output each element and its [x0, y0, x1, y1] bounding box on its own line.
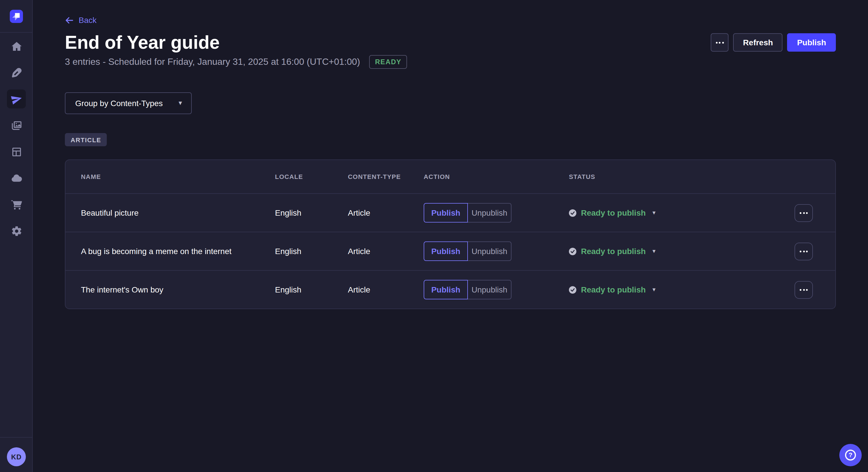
entry-name: Beautiful picture	[81, 208, 275, 217]
entry-status-dropdown[interactable]: Ready to publish ▼	[569, 208, 795, 217]
group-by-select[interactable]: Group by Content-Types ▼	[65, 92, 192, 114]
release-info: 3 entries - Scheduled for Friday, Januar…	[65, 55, 407, 69]
back-link[interactable]: Back	[65, 15, 96, 25]
images-icon	[11, 120, 22, 131]
table-header-row: NAME LOCALE CONTENT-TYPE ACTION STATUS	[65, 160, 835, 193]
release-subtitle: 3 entries - Scheduled for Friday, Januar…	[65, 57, 360, 67]
sidebar-item-settings[interactable]	[7, 222, 26, 240]
entry-locale: English	[275, 285, 348, 294]
unpublish-entry-button[interactable]: Unpublish	[467, 280, 512, 299]
user-avatar[interactable]: KD	[7, 447, 26, 466]
gear-icon	[11, 225, 22, 237]
chevron-down-icon: ▼	[177, 100, 183, 106]
paper-plane-icon	[11, 93, 22, 105]
column-header-locale: LOCALE	[275, 173, 348, 180]
table-row: Beautiful picture English Article Publis…	[65, 193, 835, 232]
column-header-content-type: CONTENT-TYPE	[348, 173, 424, 180]
feather-icon	[11, 67, 22, 78]
chevron-down-icon: ▼	[652, 210, 657, 215]
header-actions: Refresh Publish	[711, 33, 836, 52]
page-title: End of Year guide	[65, 31, 220, 54]
unpublish-entry-button[interactable]: Unpublish	[467, 203, 512, 223]
entry-actions	[795, 242, 835, 260]
sidebar-item-media-library[interactable]	[7, 116, 26, 135]
unpublish-entry-button[interactable]: Unpublish	[467, 241, 512, 261]
question-mark-icon: ?	[845, 450, 856, 461]
check-circle-icon	[569, 286, 577, 293]
more-icon	[716, 42, 724, 43]
cloud-icon	[11, 172, 22, 184]
entry-status-dropdown[interactable]: Ready to publish ▼	[569, 285, 795, 294]
more-icon	[800, 250, 808, 252]
more-icon	[800, 212, 808, 214]
entry-name: The internet's Own boy	[81, 285, 275, 294]
home-icon	[11, 40, 22, 52]
back-label: Back	[79, 15, 96, 25]
arrow-left-icon	[65, 16, 73, 24]
entry-content-type: Article	[348, 285, 424, 294]
publish-entry-button[interactable]: Publish	[424, 280, 468, 299]
publish-release-button[interactable]: Publish	[787, 33, 836, 52]
sidebar-item-deploy[interactable]	[7, 169, 26, 188]
refresh-button[interactable]: Refresh	[733, 33, 783, 52]
entry-name: A bug is becoming a meme on the internet	[81, 247, 275, 256]
chevron-down-icon: ▼	[652, 287, 657, 292]
release-more-button[interactable]	[711, 33, 729, 52]
entry-action-toggle: Publish Unpublish	[424, 241, 569, 261]
entry-status-label: Ready to publish	[581, 285, 646, 294]
table-row: A bug is becoming a meme on the internet…	[65, 232, 835, 270]
cart-icon	[11, 199, 22, 210]
entry-content-type: Article	[348, 247, 424, 256]
strapi-logo-icon	[10, 10, 23, 23]
column-header-name: NAME	[81, 173, 275, 180]
content-type-group-badge: ARTICLE	[65, 133, 107, 146]
entry-status-label: Ready to publish	[581, 247, 646, 256]
entry-actions	[795, 204, 835, 222]
app-viewport: KD Back End of Year guide 3 entries - Sc…	[0, 0, 868, 472]
publish-entry-button[interactable]: Publish	[424, 203, 468, 223]
more-icon	[800, 289, 808, 291]
check-circle-icon	[569, 209, 577, 216]
entry-locale: English	[275, 208, 348, 217]
group-by-value: Group by Content-Types	[75, 99, 163, 108]
sidebar-divider	[0, 32, 32, 33]
sidebar: KD	[0, 0, 33, 472]
entry-action-toggle: Publish Unpublish	[424, 280, 569, 299]
row-more-button[interactable]	[795, 281, 813, 299]
row-more-button[interactable]	[795, 242, 813, 260]
strapi-logo[interactable]	[10, 10, 23, 23]
sidebar-item-content-type-builder[interactable]	[7, 142, 26, 161]
main-content: Back End of Year guide 3 entries - Sched…	[33, 0, 868, 472]
check-circle-icon	[569, 247, 577, 255]
table-row: The internet's Own boy English Article P…	[65, 270, 835, 308]
chevron-down-icon: ▼	[652, 248, 657, 254]
sidebar-item-releases[interactable]	[7, 90, 26, 108]
entries-table: NAME LOCALE CONTENT-TYPE ACTION STATUS B…	[65, 160, 836, 309]
sidebar-item-marketplace[interactable]	[7, 195, 26, 214]
layout-icon	[11, 146, 22, 158]
sidebar-item-content-manager[interactable]	[7, 63, 26, 82]
row-more-button[interactable]	[795, 204, 813, 222]
release-status-badge: READY	[369, 55, 407, 69]
sidebar-item-home[interactable]	[7, 37, 26, 56]
sidebar-divider	[0, 437, 32, 438]
entry-content-type: Article	[348, 208, 424, 217]
entry-action-toggle: Publish Unpublish	[424, 203, 569, 223]
help-button[interactable]: ?	[839, 444, 862, 466]
publish-entry-button[interactable]: Publish	[424, 241, 468, 261]
column-header-status: STATUS	[569, 173, 795, 180]
entry-status-label: Ready to publish	[581, 208, 646, 217]
entry-status-dropdown[interactable]: Ready to publish ▼	[569, 247, 795, 256]
entry-actions	[795, 281, 835, 299]
column-header-action: ACTION	[424, 173, 569, 180]
entry-locale: English	[275, 247, 348, 256]
